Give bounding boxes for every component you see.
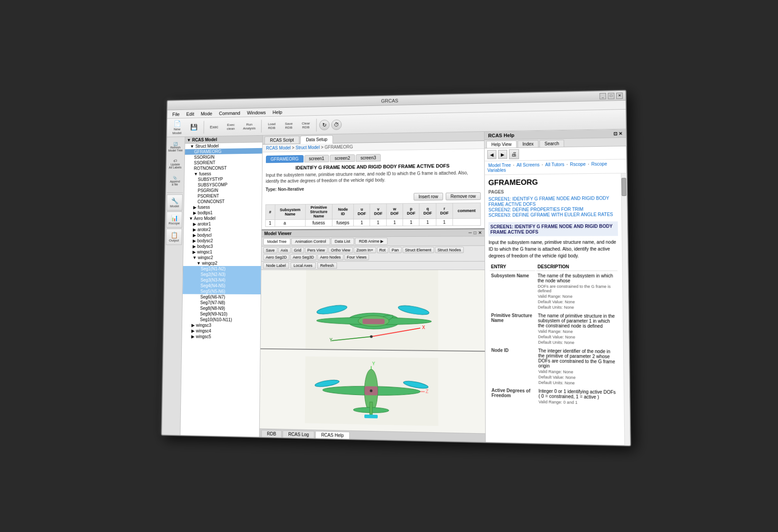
tree-arotor1[interactable]: ▶ arotor1 — [184, 221, 261, 227]
help-screen3-link[interactable]: SCREEN3: DEFINE GFRAME WITH EULER ANGLE … — [488, 212, 613, 218]
gframe-tab-screen3[interactable]: screen3 — [356, 154, 381, 162]
help-print-button[interactable]: 🖨 — [509, 149, 519, 159]
view-pers-btn[interactable]: Pers View — [305, 247, 327, 253]
cell-p[interactable]: 1 — [403, 219, 419, 226]
model-button[interactable]: 🔧 Model — [166, 194, 182, 211]
help-tab-index[interactable]: Index — [517, 140, 539, 148]
new-model-button[interactable]: 📄 New Model — [169, 120, 184, 135]
tab-data-setup[interactable]: Data Setup — [300, 135, 333, 144]
gframe-tab-name[interactable]: GFRAMEORG — [266, 155, 303, 163]
help-maximize-icon[interactable]: ⊡ — [613, 131, 617, 136]
append-file-button[interactable]: 📎 Append a file — [167, 172, 183, 189]
tree-seg9[interactable]: Seg9(N9-N10) — [182, 311, 260, 317]
help-close-icon[interactable]: ✕ — [618, 131, 622, 136]
tree-wingsc5[interactable]: ▶ wingsc5 — [182, 333, 260, 340]
tab-rdb-anime[interactable]: RDB Anime ▶ — [355, 238, 387, 245]
clear-rdb-button[interactable]: Clear RDB — [298, 117, 313, 133]
tab-model-tree[interactable]: Model Tree — [263, 238, 290, 245]
local-axes-button[interactable]: Local Axes — [290, 262, 315, 269]
tree-arotor2[interactable]: ▶ arotor2 — [184, 227, 261, 233]
cell-q[interactable]: 1 — [419, 219, 436, 226]
view-ortho-btn[interactable]: Ortho View — [328, 247, 353, 253]
view-save-btn[interactable]: Save — [263, 247, 277, 254]
gframe-tab-screen1[interactable]: screen1 — [304, 155, 329, 162]
help-link-all-screens[interactable]: All Screens — [516, 162, 540, 168]
maximize-button[interactable]: □ — [608, 93, 614, 99]
view-grid-btn[interactable]: Grid — [291, 247, 304, 254]
help-forward-button[interactable]: ▶ — [498, 150, 507, 159]
exec-button[interactable]: Exec — [206, 119, 221, 135]
view-struct-elem-btn[interactable]: Struct Element — [402, 247, 434, 253]
save-rdb-button[interactable]: Save RDB — [281, 117, 296, 133]
cell-v[interactable]: 1 — [370, 219, 386, 226]
menu-edit[interactable]: Edit — [183, 110, 197, 117]
insert-row-button[interactable]: Insert row — [414, 193, 443, 201]
load-rdb-button[interactable]: Load RDB — [264, 118, 279, 133]
help-tab-search[interactable]: Search — [540, 140, 564, 147]
tree-seg7[interactable]: Seg7(N7-N8) — [182, 300, 260, 306]
tree-seg5[interactable]: Seg5(N5-N6) — [183, 289, 261, 294]
tree-seg1[interactable]: Seg1(N1-N2) — [183, 266, 261, 272]
menu-command[interactable]: Command — [215, 109, 243, 117]
view-zoom-btn[interactable]: Zoom In+ — [353, 247, 375, 253]
menu-file[interactable]: File — [169, 110, 183, 117]
tree-wingsc1[interactable]: ▶ wingsc1 — [183, 249, 261, 255]
tree-bodysc3[interactable]: ▶ bodysc3 — [183, 243, 261, 249]
tree-aero-model[interactable]: ▼ Aero Model — [184, 215, 261, 221]
view-aero-nodes-btn[interactable]: Aero Nodes — [317, 254, 344, 260]
tab-rcas-log[interactable]: RCAS Log — [282, 430, 314, 438]
exec-clean-button[interactable]: Exec clean — [223, 119, 238, 134]
view-struct-nodes-btn[interactable]: Struct Nodes — [434, 247, 463, 253]
cell-w[interactable]: 1 — [386, 219, 403, 226]
cell-node[interactable]: fuseps — [332, 219, 353, 226]
close-button[interactable]: ✕ — [616, 92, 622, 98]
output-button[interactable]: 📋 Output — [166, 229, 182, 245]
menu-mode[interactable]: Mode — [197, 110, 215, 117]
gframe-tab-screen2[interactable]: screen2 — [330, 154, 355, 162]
menu-windows[interactable]: Windows — [243, 109, 269, 116]
cell-u[interactable]: 1 — [353, 219, 370, 226]
tab-animation-control[interactable]: Animation Control — [291, 238, 329, 245]
view-aero-seg3d-btn[interactable]: Aero Seg3D — [290, 254, 317, 260]
breadcrumb-rcas-model[interactable]: RCAS Model — [266, 145, 291, 151]
scrollbar-thumb[interactable] — [621, 178, 626, 196]
breadcrumb-struct-model[interactable]: Struct Model — [295, 145, 319, 150]
tree-seg8[interactable]: Seg8(N8-N9) — [182, 305, 260, 312]
rscope-button[interactable]: 📊 Rscope — [166, 211, 182, 228]
tab-rdb[interactable]: RDB — [261, 430, 281, 438]
clock-button[interactable]: ⏱ — [331, 119, 342, 130]
help-link-all-tutors[interactable]: All Tutors — [545, 162, 564, 167]
tab-rcas-script[interactable]: RCAS Script — [264, 136, 299, 144]
tree-bodtps[interactable]: ▶ bodtps1 — [184, 210, 261, 216]
maximize-viewer-icon[interactable]: □ — [473, 230, 476, 235]
cell-r[interactable]: 1 — [436, 219, 453, 226]
run-analysis-button[interactable]: Run Analysis — [240, 118, 258, 134]
tree-seg2[interactable]: Seg2(N2-N3) — [183, 272, 261, 278]
subsystem-input[interactable] — [283, 221, 296, 226]
cell-subsystem[interactable] — [274, 219, 305, 227]
tree-seg3[interactable]: Seg3(N3-N4) — [183, 277, 261, 283]
tree-seg4[interactable]: Seg4(N4-N5) — [183, 283, 261, 289]
help-link-rscope[interactable]: Rscope — [570, 162, 585, 167]
minimize-button[interactable]: _ — [599, 93, 606, 99]
refresh-tree-button[interactable]: 🔄 Refresh Model Tree — [167, 139, 183, 155]
tab-rcas-help[interactable]: RCAS Help — [315, 431, 349, 439]
menu-help[interactable]: Help — [269, 108, 285, 115]
help-back-button[interactable]: ◀ — [487, 150, 496, 159]
help-screen1-link[interactable]: SCREEN1: IDENTIFY G FRAME NODE AND RIGID… — [488, 196, 609, 207]
tree-seg6[interactable]: Seg6(N6-N7) — [182, 294, 260, 300]
cell-primitive[interactable]: fusess — [305, 219, 332, 227]
tree-bodyscl[interactable]: ▶ bodyscl — [184, 232, 261, 238]
refresh-button[interactable]: ↻ — [319, 120, 329, 130]
view-aero-seg2d-btn[interactable]: Aero Seg2D — [263, 254, 289, 260]
refresh-viewer-button[interactable]: Refresh — [317, 262, 337, 269]
view-axis-btn[interactable]: Axis — [278, 247, 290, 254]
tree-bodysc2[interactable]: ▶ bodysc2 — [183, 238, 261, 243]
tree-wingcp2[interactable]: ▼ wingcp2 — [183, 260, 261, 266]
minimize-viewer-icon[interactable]: ─ — [469, 230, 472, 235]
close-viewer-icon[interactable]: ✕ — [478, 230, 481, 235]
update-labels-button[interactable]: 🏷 Update All Labels — [167, 156, 183, 172]
view-four-views-btn[interactable]: Four Views — [344, 254, 369, 260]
view-rot-btn[interactable]: Rot — [376, 247, 388, 253]
remove-row-button[interactable]: Remove row — [446, 192, 481, 200]
